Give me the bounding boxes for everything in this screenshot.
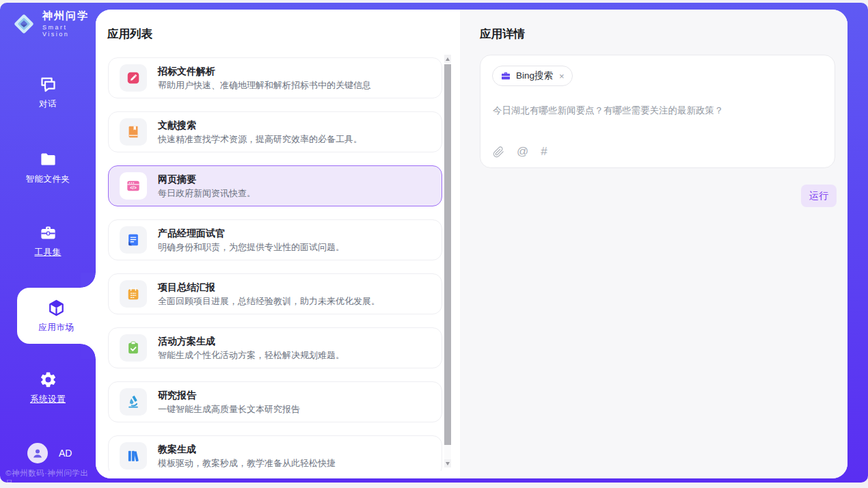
doc-lines-icon [120,226,147,254]
attachment-icon[interactable] [493,146,504,158]
run-button[interactable]: 运行 [801,185,837,207]
sidebar-item-tools[interactable]: 工具集 [0,223,96,258]
prompt-toolbar: @ # [493,145,547,159]
app-card[interactable]: 产品经理面试官 明确身份和职责，为您提供专业性的面试问题。 [108,219,442,260]
sidebar-item-chat[interactable]: 对话 [0,75,96,110]
brand-subtitle: Smart Vision [42,24,96,38]
chat-icon [39,75,57,94]
hash-icon[interactable]: # [541,145,547,159]
scrollbar[interactable] [444,55,451,467]
toolbox-icon [39,223,57,242]
book-icon [120,118,147,146]
gear-icon [39,370,57,389]
app-detail-title: 应用详情 [480,27,525,42]
user-initials: AD [59,448,72,459]
sidebar-item-market[interactable]: 应用市场 [17,288,96,344]
app-card[interactable]: 文献搜索 快速精准查找学术资源，提高研究效率的必备工具。 [108,111,442,152]
user-account[interactable]: AD [27,443,72,463]
tag-close-icon[interactable]: × [559,72,565,81]
prompt-card[interactable]: Bing搜索 × 今日湖北有哪些新闻要点？有哪些需要关注的最新政策？ @ # [480,55,835,168]
browser-code-icon: </> [120,172,147,200]
sidebar-item-folders[interactable]: 智能文件夹 [0,150,96,185]
brand-diamond-icon [11,11,37,37]
app-card[interactable]: 研究报告 一键智能生成高质量长文本研究报告 [108,381,442,422]
scroll-up-icon[interactable] [444,55,451,63]
briefcase-icon [500,70,511,81]
tool-tag-label: Bing搜索 [516,70,553,82]
copyright: ©神州数码·神州问学出品 [5,468,96,483]
app-window: 神州问学 Smart Vision 对话 智能文件夹 工具集 应用市场 系统设置… [0,3,868,483]
app-list-title: 应用列表 [107,27,152,42]
sidebar-item-settings[interactable]: 系统设置 [0,370,96,405]
microscope-icon [120,388,147,416]
app-detail-panel: 应用详情 Bing搜索 × 今日湖北有哪些新闻要点？有哪些需要关注的最新政策？ [460,10,847,478]
app-card-list: 招标文件解析 帮助用户快速、准确地理解和解析招标书中的关键信息 文献搜索 快速精… [108,57,442,471]
app-card[interactable]: 招标文件解析 帮助用户快速、准确地理解和解析招标书中的关键信息 [108,57,442,98]
avatar[interactable] [27,443,48,463]
edit-square-icon [120,64,147,92]
sidebar: 神州问学 Smart Vision 对话 智能文件夹 工具集 应用市场 系统设置… [0,3,96,483]
app-card[interactable]: 项目总结汇报 全面回顾项目进展，总结经验教训，助力未来优化发展。 [108,273,442,314]
clipboard-check-icon [120,334,147,362]
app-card[interactable]: 活动方案生成 智能生成个性化活动方案，轻松解决规划难题。 [108,327,442,368]
books-icon [120,442,147,470]
mention-icon[interactable]: @ [517,145,528,159]
tool-tag-bing-search[interactable]: Bing搜索 × [492,66,573,86]
app-card[interactable]: 教案生成 模板驱动，教案秒成，教学准备从此轻松快捷 [108,435,442,471]
cube-icon [47,299,66,317]
folder-icon [39,150,57,169]
scroll-down-icon[interactable] [444,459,451,467]
content-area: 应用列表 招标文件解析 帮助用户快速、准确地理解和解析招标书中的关键信息 文献搜… [96,10,847,478]
svg-text:</>: </> [130,185,137,190]
brand-logo: 神州问学 Smart Vision [11,10,96,38]
scrollbar-thumb[interactable] [444,64,451,445]
brand-name: 神州问学 [42,10,96,23]
notepad-icon [120,280,147,308]
app-list-panel: 应用列表 招标文件解析 帮助用户快速、准确地理解和解析招标书中的关键信息 文献搜… [96,10,460,478]
app-card[interactable]: </> 网页摘要 每日政府新闻资讯快查。 [108,165,442,206]
prompt-input[interactable]: 今日湖北有哪些新闻要点？有哪些需要关注的最新政策？ [493,104,822,118]
